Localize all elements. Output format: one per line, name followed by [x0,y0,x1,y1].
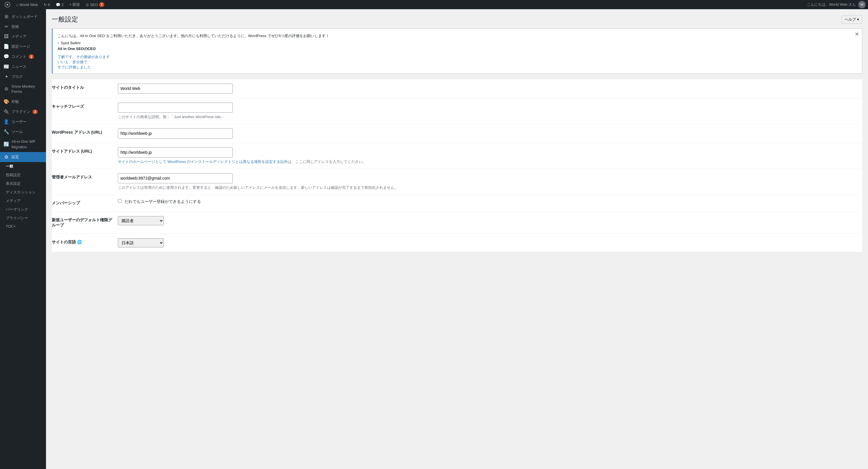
membership-label: メンバーシップ [52,195,115,212]
site-language-row: サイトの言語 🌐 日本語 English [52,234,862,252]
sidebar-label-users: ユーザー [11,119,26,124]
users-icon: 👤 [3,119,9,124]
plugins-icon: 🔌 [3,109,9,114]
submenu-permalinks[interactable]: パーマリンク [0,205,46,214]
adminbar-avatar[interactable]: W [858,1,866,8]
media-icon: 🖼 [3,34,9,39]
notice-link2[interactable]: いいえ、多分後で [58,60,857,65]
help-label: ヘルプ [845,17,856,22]
settings-submenu: 一般 投稿設定 表示設定 ディスカッション メディア パーマリンク プライバシー… [0,162,46,230]
adminbar-seo[interactable]: ⊙ SEO 7 [83,0,106,9]
sidebar-item-media[interactable]: 🖼 メディア [0,32,46,41]
submenu-toc[interactable]: TOC+ [0,222,46,230]
site-language-select[interactable]: 日本語 English [118,238,164,247]
sidebar-item-plugins[interactable]: 🔌 プラグイン 3 [0,106,46,117]
adminbar-update-icon: ↻ [44,3,47,7]
sidebar-item-dashboard[interactable]: ⊞ ダッシュボード [0,11,46,22]
comments-icon: 💬 [3,54,9,59]
help-button[interactable]: ヘルプ ▾ [842,15,862,24]
allinone-icon: 🔄 [3,141,9,148]
sidebar-item-appearance[interactable]: 🎨 外観 [0,97,46,106]
submenu-reading[interactable]: 表示設定 [0,179,46,188]
site-title-input[interactable] [118,84,233,94]
sidebar-label-settings: 設定 [11,154,19,159]
submenu-general[interactable]: 一般 [0,162,46,171]
site-address-input[interactable] [118,148,233,157]
site-language-label: サイトの言語 🌐 [52,234,115,252]
sidebar-item-posts[interactable]: ✏ 投稿 [0,22,46,32]
site-title-row: サイトのタイトル [52,79,862,98]
adminbar-house-icon: ⌂ [16,3,19,7]
adminbar-comments[interactable]: 💬 2 [54,0,66,9]
sidebar-item-tools[interactable]: 🔧 ツール [0,127,46,137]
adminbar-comments-count: 2 [62,3,64,7]
adminbar-site[interactable]: ⌂ World Web [14,0,40,9]
admin-bar: ⌂ World Web ↻ 6 💬 2 + 新規 ⊙ SEO 7 こんにちは、W… [0,0,868,9]
sidebar-label-snowmonkey: Snow Monkey Forms [11,84,42,94]
sidebar-label-appearance: 外観 [11,99,19,104]
default-role-label: 新規ユーザーのデフォルト権限グループ [52,212,115,234]
submenu-discussion[interactable]: ディスカッション [0,188,46,196]
notice-link1[interactable]: 了解です。その価値があります [58,54,857,60]
admin-email-row: 管理者メールアドレス このアドレスは管理のために使用されます。変更すると、確認の… [52,169,862,195]
submenu-media[interactable]: メディア [0,196,46,205]
posts-icon: ✏ [3,24,9,29]
tagline-description: このサイトの簡単な説明。例：「Just another WordPress si… [118,114,859,120]
site-address-desc-suffix: は、ここに同じアドレスを入力してください。 [288,159,366,164]
tagline-input[interactable] [118,102,233,113]
adminbar-updates[interactable]: ↻ 6 [41,0,52,9]
wp-layout: ⊞ ダッシュボード ✏ 投稿 🖼 メディア 📄 固定ページ 💬 コメント 2 📰… [0,9,868,469]
pages-icon: 📄 [3,44,9,49]
sidebar-label-allinone: All-in-One WP Migration [11,139,42,150]
main-content: 一般設定 ヘルプ ▾ ✕ こんにちは。All in One SEO をご利用いた… [46,9,868,469]
sidebar-item-snowmonkey[interactable]: ⚙ Snow Monkey Forms [0,82,46,97]
notice-link3[interactable]: すでに評価しました [58,65,857,70]
sidebar-item-comments[interactable]: 💬 コメント 2 [0,52,46,62]
sidebar-label-news: ニュース [11,64,26,69]
submenu-privacy[interactable]: プライバシー [0,214,46,222]
sidebar-label-comments: コメント [11,54,26,59]
settings-form: サイトのタイトル キャッチフレーズ このサイトの簡単な説明。例：「Just an… [52,79,862,252]
sidebar-item-users[interactable]: 👤 ユーザー [0,117,46,127]
plugins-badge: 3 [32,110,38,114]
adminbar-right: こんにちは、World Web さん W [804,1,866,8]
sidebar-item-pages[interactable]: 📄 固定ページ [0,41,46,52]
adminbar-site-name: World Web [20,3,38,7]
membership-checkbox-label[interactable]: だれでもユーザー登録ができるようにする [118,199,201,204]
adminbar-new[interactable]: + 新規 [67,0,82,9]
submenu-writing[interactable]: 投稿設定 [0,171,46,179]
page-title: 一般設定 [52,15,78,24]
admin-email-label: 管理者メールアドレス [52,169,115,195]
wp-address-input[interactable] [118,128,233,138]
adminbar-seo-label: SEO [90,3,98,7]
sidebar-item-allinone[interactable]: 🔄 All-in-One WP Migration [0,137,46,152]
chevron-down-icon: ▾ [857,17,859,22]
notice-signature: ~ Syed Balkhi All in One SEOのCEO [58,41,857,52]
sidebar-item-news[interactable]: 📰 ニュース [0,62,46,71]
adminbar-seo-icon: ⊙ [86,3,89,7]
membership-checkbox[interactable] [118,199,122,203]
tagline-label: キャッチフレーズ [52,98,115,124]
notice-close-button[interactable]: ✕ [855,32,859,37]
tagline-row: キャッチフレーズ このサイトの簡単な説明。例：「Just another Wor… [52,98,862,124]
site-address-link[interactable]: サイトのホームページとして WordPress のインストールディレクトリとは異… [118,159,288,164]
sidebar-label-blog: ブログ [11,74,23,79]
adminbar-logo[interactable] [2,0,13,9]
blog-icon: ✦ [3,74,9,79]
aioseo-notice: ✕ こんにちは。All in One SEO をご利用いただき、ありがとうござい… [52,28,862,73]
sidebar-item-settings[interactable]: ⚙ 設定 [0,152,46,162]
admin-menu: ⊞ ダッシュボード ✏ 投稿 🖼 メディア 📄 固定ページ 💬 コメント 2 📰… [0,9,46,469]
sidebar-label-posts: 投稿 [11,24,19,29]
adminbar-new-label: + 新規 [69,2,80,7]
notice-message: こんにちは。All in One SEO をご利用いただき、ありがとうございます… [58,33,857,38]
comments-badge: 2 [29,54,34,59]
tools-icon: 🔧 [3,129,9,134]
default-role-select[interactable]: 購読者 寄稿者 投稿者 編集者 管理者 [118,216,164,225]
sidebar-item-blog[interactable]: ✦ ブログ [0,71,46,82]
adminbar-seo-badge: 7 [99,2,104,7]
wp-address-label: WordPress アドレス (URL) [52,124,115,143]
admin-email-input[interactable] [118,173,233,183]
news-icon: 📰 [3,64,9,69]
default-role-row: 新規ユーザーのデフォルト権限グループ 購読者 寄稿者 投稿者 編集者 管理者 [52,212,862,234]
dashboard-icon: ⊞ [3,14,9,19]
